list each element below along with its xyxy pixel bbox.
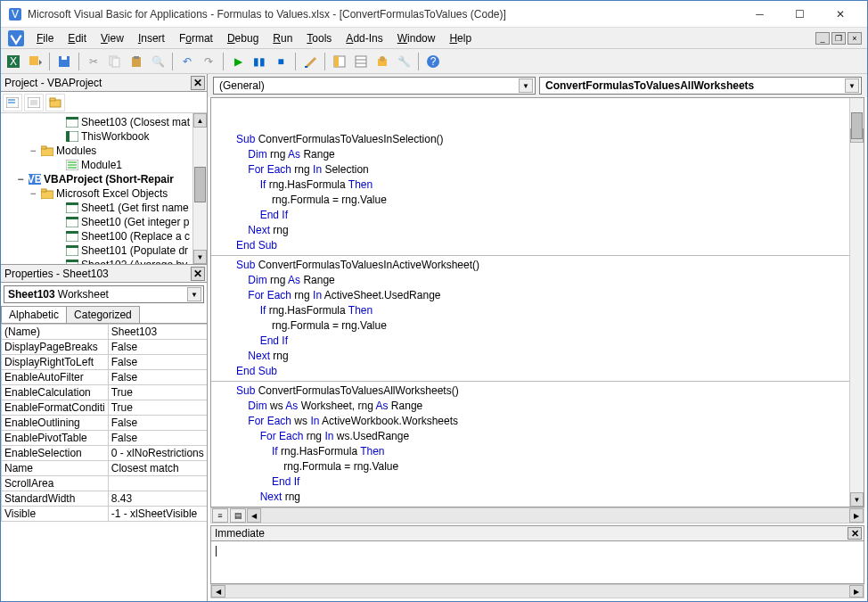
tree-node[interactable]: Sheet101 (Populate dr — [3, 243, 205, 258]
tree-node[interactable]: Sheet1 (Get first name — [3, 201, 205, 215]
tree-node[interactable]: −Modules — [3, 144, 205, 158]
tree-node[interactable]: Sheet10 (Get integer p — [3, 215, 205, 229]
view-excel-button[interactable]: X — [4, 53, 22, 70]
menu-edit[interactable]: Edit — [61, 30, 94, 46]
procedure-combo[interactable]: ConvertFormulasToValuesAllWorksheets ▼ — [539, 77, 862, 95]
object-browser-button[interactable] — [373, 53, 391, 70]
menu-insert[interactable]: Insert — [131, 30, 172, 46]
property-row[interactable]: ScrollArea — [2, 476, 208, 491]
code-line[interactable]: Dim rng As Range — [236, 273, 864, 288]
tree-node[interactable]: Sheet100 (Replace a c — [3, 229, 205, 243]
code-line[interactable]: Next rng — [236, 490, 864, 505]
scroll-up-icon[interactable]: ▲ — [193, 113, 207, 128]
scroll-track-horizontal[interactable] — [261, 508, 849, 523]
close-button[interactable]: ✕ — [820, 2, 860, 27]
code-line[interactable]: Sub ConvertFormulasToValuesAllWorksheets… — [236, 383, 864, 399]
maximize-button[interactable]: ☐ — [780, 2, 820, 27]
properties-object-combo[interactable]: Sheet103 Worksheet ▼ — [4, 285, 204, 303]
menu-run[interactable]: Run — [266, 30, 299, 46]
design-mode-button[interactable] — [301, 53, 319, 70]
reset-button[interactable]: ■ — [272, 53, 290, 70]
expand-icon[interactable]: − — [28, 144, 38, 157]
code-line[interactable]: If rng.HasFormula Then — [236, 177, 864, 193]
scroll-thumb[interactable] — [851, 112, 863, 139]
expand-icon[interactable]: − — [28, 187, 38, 200]
property-row[interactable]: (Name)Sheet103 — [2, 325, 208, 340]
code-line[interactable]: Next rng — [236, 223, 864, 238]
property-value[interactable]: False — [108, 370, 207, 385]
code-line[interactable]: Sub ConvertFormulasToValuesInActiveWorks… — [236, 258, 864, 273]
immediate-window[interactable]: | — [210, 541, 864, 584]
scroll-right-icon[interactable]: ▶ — [849, 508, 864, 523]
tree-node[interactable]: Sheet102 (Average by — [3, 258, 205, 265]
help-button[interactable]: ? — [424, 53, 442, 70]
tree-node[interactable]: Sheet103 (Closest mat — [3, 115, 205, 129]
code-line[interactable]: For Each rng In Selection — [236, 162, 864, 177]
property-row[interactable]: EnableCalculationTrue — [2, 385, 208, 400]
scroll-left-icon[interactable]: ◀ — [211, 585, 225, 598]
scroll-down-icon[interactable]: ▼ — [850, 492, 864, 507]
menu-file[interactable]: File — [29, 30, 61, 46]
chevron-down-icon[interactable]: ▼ — [845, 78, 859, 93]
object-combo[interactable]: (General) ▼ — [213, 77, 536, 95]
immediate-panel-close-button[interactable]: ✕ — [848, 527, 862, 540]
project-explorer-button[interactable] — [331, 53, 348, 70]
code-scrollbar-vertical[interactable]: ▲ ▼ — [849, 98, 864, 507]
code-line[interactable]: rng.Formula = rng.Value — [236, 459, 864, 474]
property-row[interactable]: DisplayPageBreaksFalse — [2, 340, 208, 355]
code-line[interactable]: End If — [236, 208, 864, 223]
property-row[interactable]: EnableOutliningFalse — [2, 416, 208, 431]
property-value[interactable]: 0 - xlNoRestrictions — [108, 446, 207, 461]
scroll-left-icon[interactable]: ◀ — [247, 508, 261, 523]
tab-alphabetic[interactable]: Alphabetic — [1, 306, 67, 323]
code-line[interactable]: End Sub — [236, 364, 864, 379]
property-value[interactable]: -1 - xlSheetVisible — [108, 507, 207, 522]
property-value[interactable]: Sheet103 — [108, 325, 207, 340]
view-object-button[interactable] — [24, 94, 44, 111]
toggle-folders-button[interactable] — [45, 94, 65, 111]
scroll-down-icon[interactable]: ▼ — [193, 250, 207, 264]
toolbox-button[interactable]: 🔧 — [395, 53, 413, 70]
property-value[interactable]: False — [108, 431, 207, 446]
property-value[interactable] — [108, 476, 207, 491]
copy-button[interactable] — [106, 53, 124, 70]
properties-panel-close-button[interactable]: ✕ — [191, 267, 205, 281]
properties-panel-header[interactable]: Properties - Sheet103 ✕ — [1, 265, 207, 283]
property-value[interactable]: True — [108, 400, 207, 416]
project-panel-close-button[interactable]: ✕ — [191, 76, 205, 90]
scroll-right-icon[interactable]: ▶ — [849, 585, 864, 598]
break-button[interactable]: ▮▮ — [250, 53, 268, 70]
scroll-thumb[interactable] — [194, 167, 206, 202]
property-value[interactable]: Closest match — [108, 461, 207, 476]
property-row[interactable]: Visible-1 - xlSheetVisible — [2, 507, 208, 522]
menu-add-ins[interactable]: Add-Ins — [339, 30, 389, 46]
project-tree-scrollbar[interactable]: ▲ ▼ — [192, 113, 207, 264]
code-line[interactable]: End If — [236, 474, 864, 490]
menu-help[interactable]: Help — [442, 30, 479, 46]
insert-dropdown-button[interactable] — [26, 53, 44, 70]
property-value[interactable]: False — [108, 355, 207, 370]
property-row[interactable]: DisplayRightToLeftFalse — [2, 355, 208, 370]
code-line[interactable]: rng.Formula = rng.Value — [236, 318, 864, 334]
redo-button[interactable]: ↷ — [200, 53, 217, 70]
full-module-view-button[interactable]: ▤ — [230, 508, 246, 523]
code-line[interactable]: Sub ConvertFormulasToValuesInSelection() — [236, 132, 864, 147]
property-row[interactable]: EnableSelection0 - xlNoRestrictions — [2, 446, 208, 461]
code-line[interactable]: Next ws — [236, 505, 864, 507]
code-line[interactable]: If rng.HasFormula Then — [236, 303, 864, 318]
code-line[interactable]: For Each ws In ActiveWorkbook.Worksheets — [236, 414, 864, 429]
minimize-button[interactable]: ─ — [740, 2, 780, 27]
property-value[interactable]: False — [108, 416, 207, 431]
titlebar[interactable]: V Microsoft Visual Basic for Application… — [1, 1, 867, 28]
code-line[interactable]: End If — [236, 334, 864, 349]
menu-format[interactable]: Format — [172, 30, 220, 46]
code-line[interactable]: Dim ws As Worksheet, rng As Range — [236, 399, 864, 414]
project-tree[interactable]: Sheet103 (Closest matThisWorkbook−Module… — [1, 113, 207, 265]
undo-button[interactable]: ↶ — [178, 53, 196, 70]
property-value[interactable]: False — [108, 340, 207, 355]
menu-debug[interactable]: Debug — [220, 30, 266, 46]
expand-icon[interactable]: − — [15, 173, 26, 186]
view-code-button[interactable] — [3, 94, 22, 111]
mdi-close-button[interactable]: × — [848, 32, 862, 45]
menu-view[interactable]: View — [94, 30, 131, 46]
